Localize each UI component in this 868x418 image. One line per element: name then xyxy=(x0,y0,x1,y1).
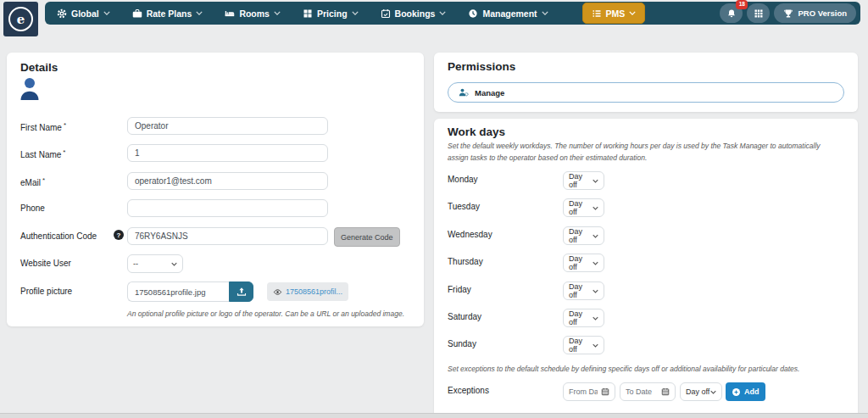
chevron-down-icon xyxy=(593,261,598,265)
trophy-icon xyxy=(783,8,793,19)
manage-permission-button[interactable]: Manage xyxy=(448,82,844,103)
apps-grid-icon xyxy=(754,8,764,19)
day-select-value: Day off xyxy=(569,337,593,354)
from-date-input[interactable] xyxy=(569,387,598,396)
last-name-label-text: Last Name xyxy=(20,150,61,159)
add-exception-button[interactable]: Add xyxy=(726,382,765,401)
workdays-title: Work days xyxy=(448,125,505,138)
to-date-input[interactable] xyxy=(626,387,656,396)
profile-picture-input[interactable] xyxy=(127,281,229,302)
apps-grid-button[interactable] xyxy=(747,3,770,23)
bell-icon xyxy=(726,8,737,19)
last-name-label: Last Name* xyxy=(20,148,65,159)
first-name-input[interactable] xyxy=(127,117,328,135)
day-label-friday: Friday xyxy=(448,285,471,294)
profile-picture-helper: An optional profile picture or logo of t… xyxy=(127,309,420,320)
manage-permission-label: Manage xyxy=(475,88,504,98)
auth-code-input[interactable] xyxy=(127,227,328,245)
exception-day-value: Day off xyxy=(686,387,709,396)
calendar-icon xyxy=(601,387,609,396)
workdays-description: Set the default weekly workdays. The num… xyxy=(448,141,839,164)
list-icon xyxy=(592,8,602,19)
permissions-card: Permissions Manage xyxy=(434,53,858,112)
chevron-down-icon xyxy=(593,234,598,238)
user-gear-icon xyxy=(459,87,469,98)
profile-file-link[interactable]: 17508561profil... xyxy=(286,287,342,296)
nav-item-bookings[interactable]: Bookings xyxy=(381,8,447,19)
day-label-saturday: Saturday xyxy=(448,312,481,321)
website-user-value: -- xyxy=(133,259,138,268)
to-date-field[interactable] xyxy=(620,382,676,401)
nav-item-rooms[interactable]: Rooms xyxy=(225,8,281,19)
notifications-button[interactable]: 18 xyxy=(720,3,743,23)
nav-item-pms-active[interactable]: PMS xyxy=(582,3,646,24)
chevron-down-icon xyxy=(196,11,203,15)
chevron-down-icon xyxy=(593,179,598,183)
first-name-label-text: First Name xyxy=(20,123,62,132)
profile-avatar-icon xyxy=(19,76,40,101)
logo-letter: e xyxy=(17,12,25,27)
upload-button[interactable] xyxy=(229,281,253,302)
nav-label-pricing: Pricing xyxy=(317,8,348,19)
first-name-label: First Name* xyxy=(20,121,66,132)
day-select-tuesday[interactable]: Day off xyxy=(563,198,604,217)
profile-picture-label: Profile picture xyxy=(20,287,72,296)
day-label-wednesday: Wednesday xyxy=(448,230,492,239)
main-navbar: Global Rate Plans Rooms Pricing Bookings… xyxy=(45,2,860,25)
profile-file-chip[interactable]: 17508561profil... xyxy=(267,282,348,301)
nav-label-rate-plans: Rate Plans xyxy=(147,8,192,19)
workdays-card: Work days Set the default weekly workday… xyxy=(434,119,858,413)
nav-item-rate-plans[interactable]: Rate Plans xyxy=(132,8,203,19)
email-label-text: eMail xyxy=(20,178,41,187)
app-logo[interactable]: e xyxy=(3,2,38,36)
day-select-sunday[interactable]: Day off xyxy=(563,336,604,354)
last-name-input[interactable] xyxy=(127,144,328,162)
day-select-monday[interactable]: Day off xyxy=(563,171,604,190)
chevron-down-icon xyxy=(710,390,716,394)
nav-item-management[interactable]: Management xyxy=(468,8,548,19)
auth-code-label: Authentication Code xyxy=(20,231,97,241)
nav-label-global: Global xyxy=(71,8,99,19)
nav-menu: Global Rate Plans Rooms Pricing Bookings… xyxy=(45,3,645,24)
page-bottom-edge xyxy=(0,413,868,418)
profile-picture-upload-group xyxy=(127,281,253,302)
required-mark: * xyxy=(42,176,45,184)
bed-icon xyxy=(225,8,235,19)
nav-label-pms: PMS xyxy=(606,8,626,19)
exceptions-label: Exceptions xyxy=(448,386,489,395)
email-input[interactable] xyxy=(127,172,328,190)
nav-item-global[interactable]: Global xyxy=(57,8,110,19)
details-title: Details xyxy=(20,61,58,74)
chevron-down-icon xyxy=(274,11,281,15)
exception-day-select[interactable]: Day off xyxy=(680,382,722,401)
website-user-label: Website User xyxy=(20,259,71,268)
upload-icon xyxy=(236,287,247,297)
day-select-wednesday[interactable]: Day off xyxy=(563,226,604,245)
day-select-thursday[interactable]: Day off xyxy=(563,254,604,272)
generate-code-button[interactable]: Generate Code xyxy=(334,227,400,247)
required-mark: * xyxy=(64,121,66,129)
add-button-label: Add xyxy=(744,387,760,396)
phone-input[interactable] xyxy=(127,199,328,217)
chevron-down-icon xyxy=(593,206,598,210)
chevron-down-icon xyxy=(629,11,636,15)
day-select-saturday[interactable]: Day off xyxy=(563,309,604,327)
chevron-down-icon xyxy=(593,343,598,348)
day-select-friday[interactable]: Day off xyxy=(563,281,604,300)
pro-version-button[interactable]: PRO Version xyxy=(774,3,856,23)
permissions-title: Permissions xyxy=(448,60,515,73)
day-label-thursday: Thursday xyxy=(448,257,483,266)
nav-label-management: Management xyxy=(482,8,537,19)
from-date-field[interactable] xyxy=(563,382,615,401)
help-icon[interactable]: ? xyxy=(114,230,124,240)
website-user-select[interactable]: -- xyxy=(127,254,183,273)
chevron-down-icon xyxy=(103,11,110,15)
briefcase-icon xyxy=(132,8,142,19)
day-select-value: Day off xyxy=(569,282,593,299)
calendar-check-icon xyxy=(381,8,391,19)
day-label-monday: Monday xyxy=(448,175,478,184)
day-select-value: Day off xyxy=(569,254,593,271)
nav-item-pricing[interactable]: Pricing xyxy=(303,8,359,19)
day-select-value: Day off xyxy=(569,172,593,189)
details-card: Details First Name* Last Name* eMail* Ph… xyxy=(7,53,424,326)
